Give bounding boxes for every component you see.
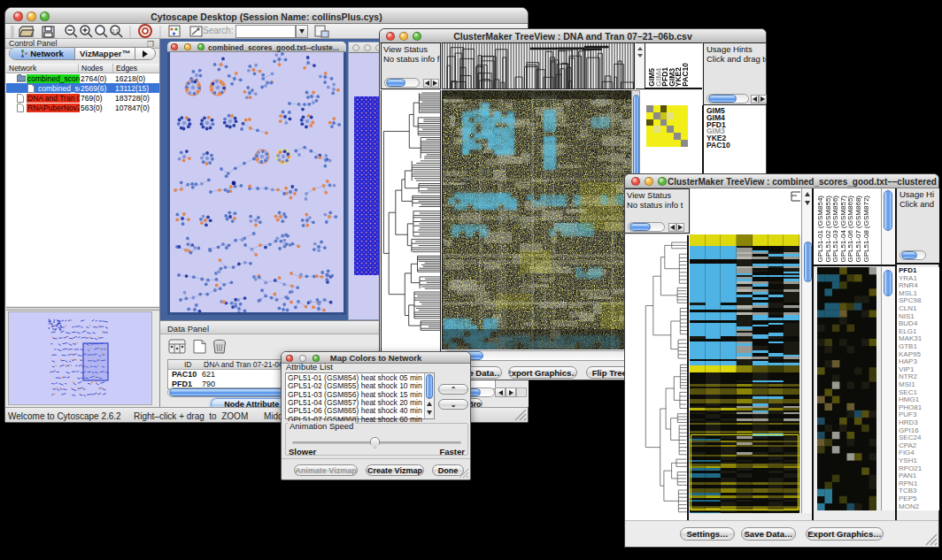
- svg-text:1:1: 1:1: [112, 28, 119, 34]
- svg-text:Search:: Search:: [203, 26, 233, 35]
